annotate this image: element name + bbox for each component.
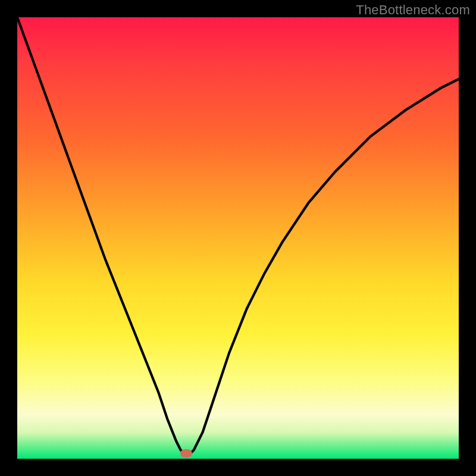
optimum-marker (180, 449, 192, 458)
plot-area (17, 17, 459, 459)
watermark-text: TheBottleneck.com (356, 2, 470, 18)
bottleneck-curve (17, 17, 459, 459)
chart-frame: TheBottleneck.com (0, 0, 476, 476)
